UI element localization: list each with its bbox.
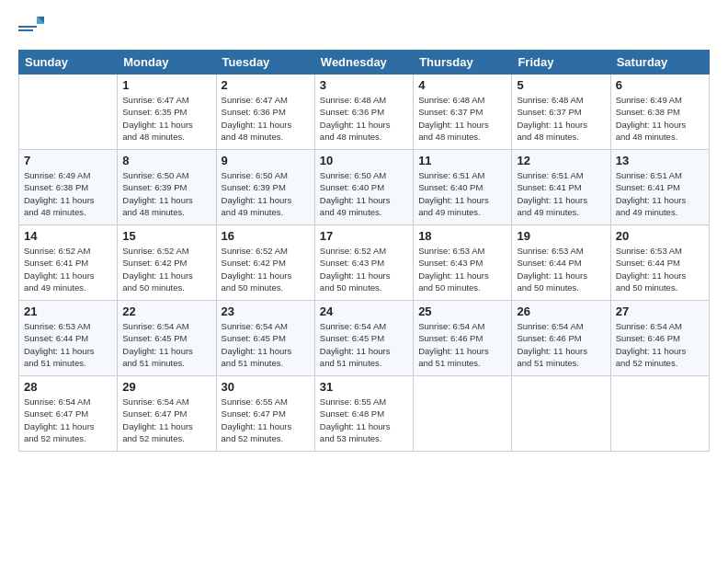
day-number: 19 bbox=[517, 229, 605, 243]
week-row-4: 21 Sunrise: 6:53 AM Sunset: 6:44 PM Dayl… bbox=[19, 301, 710, 376]
calendar-cell: 28 Sunrise: 6:54 AM Sunset: 6:47 PM Dayl… bbox=[19, 376, 118, 452]
day-info: Sunrise: 6:51 AM Sunset: 6:41 PM Dayligh… bbox=[616, 169, 704, 218]
day-number: 23 bbox=[222, 304, 310, 318]
calendar-cell: 18 Sunrise: 6:53 AM Sunset: 6:43 PM Dayl… bbox=[414, 225, 512, 301]
week-row-1: 1 Sunrise: 6:47 AM Sunset: 6:35 PM Dayli… bbox=[19, 75, 710, 150]
day-number: 17 bbox=[320, 229, 408, 243]
day-number: 6 bbox=[616, 78, 704, 92]
day-number: 28 bbox=[24, 380, 112, 394]
header-row: SundayMondayTuesdayWednesdayThursdayFrid… bbox=[19, 51, 710, 75]
calendar-cell: 10 Sunrise: 6:50 AM Sunset: 6:40 PM Dayl… bbox=[314, 150, 413, 225]
calendar-cell bbox=[610, 376, 709, 452]
col-header-friday: Friday bbox=[512, 51, 610, 75]
day-info: Sunrise: 6:51 AM Sunset: 6:40 PM Dayligh… bbox=[418, 169, 506, 218]
day-info: Sunrise: 6:47 AM Sunset: 6:35 PM Dayligh… bbox=[122, 94, 210, 143]
calendar-cell: 8 Sunrise: 6:50 AM Sunset: 6:39 PM Dayli… bbox=[118, 150, 216, 225]
calendar-cell: 31 Sunrise: 6:55 AM Sunset: 6:48 PM Dayl… bbox=[314, 376, 413, 452]
day-number: 29 bbox=[122, 380, 210, 394]
day-info: Sunrise: 6:50 AM Sunset: 6:40 PM Dayligh… bbox=[320, 169, 408, 218]
day-number: 7 bbox=[24, 154, 112, 167]
day-number: 9 bbox=[222, 154, 310, 167]
day-info: Sunrise: 6:54 AM Sunset: 6:46 PM Dayligh… bbox=[418, 320, 506, 369]
day-number: 18 bbox=[418, 229, 506, 243]
calendar-cell: 11 Sunrise: 6:51 AM Sunset: 6:40 PM Dayl… bbox=[414, 150, 512, 225]
day-number: 1 bbox=[122, 78, 210, 92]
calendar-cell: 25 Sunrise: 6:54 AM Sunset: 6:46 PM Dayl… bbox=[414, 301, 512, 376]
calendar-cell: 22 Sunrise: 6:54 AM Sunset: 6:45 PM Dayl… bbox=[118, 301, 216, 376]
header bbox=[18, 15, 710, 40]
day-number: 26 bbox=[517, 304, 605, 318]
calendar-cell bbox=[19, 75, 118, 150]
day-info: Sunrise: 6:54 AM Sunset: 6:46 PM Dayligh… bbox=[616, 320, 704, 369]
calendar-cell: 15 Sunrise: 6:52 AM Sunset: 6:42 PM Dayl… bbox=[118, 225, 216, 301]
calendar-cell: 5 Sunrise: 6:48 AM Sunset: 6:37 PM Dayli… bbox=[512, 75, 610, 150]
col-header-wednesday: Wednesday bbox=[314, 51, 413, 75]
day-number: 25 bbox=[418, 304, 506, 318]
calendar-cell: 23 Sunrise: 6:54 AM Sunset: 6:45 PM Dayl… bbox=[216, 301, 314, 376]
calendar-cell: 30 Sunrise: 6:55 AM Sunset: 6:47 PM Dayl… bbox=[216, 376, 314, 452]
day-info: Sunrise: 6:50 AM Sunset: 6:39 PM Dayligh… bbox=[222, 169, 310, 218]
day-info: Sunrise: 6:50 AM Sunset: 6:39 PM Dayligh… bbox=[122, 169, 210, 218]
day-info: Sunrise: 6:52 AM Sunset: 6:43 PM Dayligh… bbox=[320, 245, 408, 293]
day-info: Sunrise: 6:54 AM Sunset: 6:45 PM Dayligh… bbox=[222, 320, 310, 369]
day-number: 8 bbox=[122, 154, 210, 167]
calendar-cell bbox=[414, 376, 512, 452]
calendar-cell: 20 Sunrise: 6:53 AM Sunset: 6:44 PM Dayl… bbox=[610, 225, 709, 301]
calendar-cell: 29 Sunrise: 6:54 AM Sunset: 6:47 PM Dayl… bbox=[118, 376, 216, 452]
col-header-thursday: Thursday bbox=[414, 51, 512, 75]
day-info: Sunrise: 6:53 AM Sunset: 6:44 PM Dayligh… bbox=[517, 245, 605, 293]
day-info: Sunrise: 6:54 AM Sunset: 6:45 PM Dayligh… bbox=[122, 320, 210, 369]
day-number: 2 bbox=[222, 78, 310, 92]
day-number: 10 bbox=[320, 154, 408, 167]
day-number: 31 bbox=[320, 380, 408, 394]
day-info: Sunrise: 6:48 AM Sunset: 6:37 PM Dayligh… bbox=[418, 94, 506, 143]
calendar-cell: 17 Sunrise: 6:52 AM Sunset: 6:43 PM Dayl… bbox=[314, 225, 413, 301]
day-number: 21 bbox=[24, 304, 112, 318]
calendar-cell: 4 Sunrise: 6:48 AM Sunset: 6:37 PM Dayli… bbox=[414, 75, 512, 150]
day-info: Sunrise: 6:47 AM Sunset: 6:36 PM Dayligh… bbox=[222, 94, 310, 143]
day-number: 4 bbox=[418, 78, 506, 92]
week-row-5: 28 Sunrise: 6:54 AM Sunset: 6:47 PM Dayl… bbox=[19, 376, 710, 452]
calendar-cell: 14 Sunrise: 6:52 AM Sunset: 6:41 PM Dayl… bbox=[19, 225, 118, 301]
col-header-saturday: Saturday bbox=[610, 51, 709, 75]
col-header-tuesday: Tuesday bbox=[216, 51, 314, 75]
day-number: 27 bbox=[616, 304, 704, 318]
calendar-cell: 7 Sunrise: 6:49 AM Sunset: 6:38 PM Dayli… bbox=[19, 150, 118, 225]
day-info: Sunrise: 6:52 AM Sunset: 6:42 PM Dayligh… bbox=[122, 245, 210, 293]
calendar-cell: 12 Sunrise: 6:51 AM Sunset: 6:41 PM Dayl… bbox=[512, 150, 610, 225]
day-number: 12 bbox=[517, 154, 605, 167]
day-number: 16 bbox=[222, 229, 310, 243]
day-info: Sunrise: 6:54 AM Sunset: 6:47 PM Dayligh… bbox=[24, 396, 112, 444]
calendar-cell: 21 Sunrise: 6:53 AM Sunset: 6:44 PM Dayl… bbox=[19, 301, 118, 376]
day-info: Sunrise: 6:48 AM Sunset: 6:36 PM Dayligh… bbox=[320, 94, 408, 143]
calendar-cell: 26 Sunrise: 6:54 AM Sunset: 6:46 PM Dayl… bbox=[512, 301, 610, 376]
svg-rect-4 bbox=[18, 29, 33, 31]
day-info: Sunrise: 6:52 AM Sunset: 6:42 PM Dayligh… bbox=[222, 245, 310, 293]
calendar-cell: 19 Sunrise: 6:53 AM Sunset: 6:44 PM Dayl… bbox=[512, 225, 610, 301]
day-number: 22 bbox=[122, 304, 210, 318]
day-info: Sunrise: 6:55 AM Sunset: 6:48 PM Dayligh… bbox=[320, 396, 408, 444]
day-info: Sunrise: 6:55 AM Sunset: 6:47 PM Dayligh… bbox=[222, 396, 310, 444]
day-number: 20 bbox=[616, 229, 704, 243]
day-info: Sunrise: 6:52 AM Sunset: 6:41 PM Dayligh… bbox=[24, 245, 112, 293]
day-number: 5 bbox=[517, 78, 605, 92]
calendar-cell: 13 Sunrise: 6:51 AM Sunset: 6:41 PM Dayl… bbox=[610, 150, 709, 225]
day-info: Sunrise: 6:54 AM Sunset: 6:45 PM Dayligh… bbox=[320, 320, 408, 369]
day-info: Sunrise: 6:54 AM Sunset: 6:46 PM Dayligh… bbox=[517, 320, 605, 369]
calendar-cell: 6 Sunrise: 6:49 AM Sunset: 6:38 PM Dayli… bbox=[610, 75, 709, 150]
week-row-3: 14 Sunrise: 6:52 AM Sunset: 6:41 PM Dayl… bbox=[19, 225, 710, 301]
day-number: 11 bbox=[418, 154, 506, 167]
day-number: 30 bbox=[222, 380, 310, 394]
svg-rect-3 bbox=[18, 26, 37, 28]
calendar-cell: 2 Sunrise: 6:47 AM Sunset: 6:36 PM Dayli… bbox=[216, 75, 314, 150]
calendar-cell: 27 Sunrise: 6:54 AM Sunset: 6:46 PM Dayl… bbox=[610, 301, 709, 376]
day-info: Sunrise: 6:48 AM Sunset: 6:37 PM Dayligh… bbox=[517, 94, 605, 143]
day-info: Sunrise: 6:49 AM Sunset: 6:38 PM Dayligh… bbox=[616, 94, 704, 143]
day-number: 3 bbox=[320, 78, 408, 92]
logo-icon bbox=[18, 13, 44, 39]
day-info: Sunrise: 6:53 AM Sunset: 6:43 PM Dayligh… bbox=[418, 245, 506, 293]
calendar-cell: 16 Sunrise: 6:52 AM Sunset: 6:42 PM Dayl… bbox=[216, 225, 314, 301]
calendar-page: SundayMondayTuesdayWednesdayThursdayFrid… bbox=[0, 0, 728, 563]
col-header-sunday: Sunday bbox=[19, 51, 118, 75]
day-number: 13 bbox=[616, 154, 704, 167]
